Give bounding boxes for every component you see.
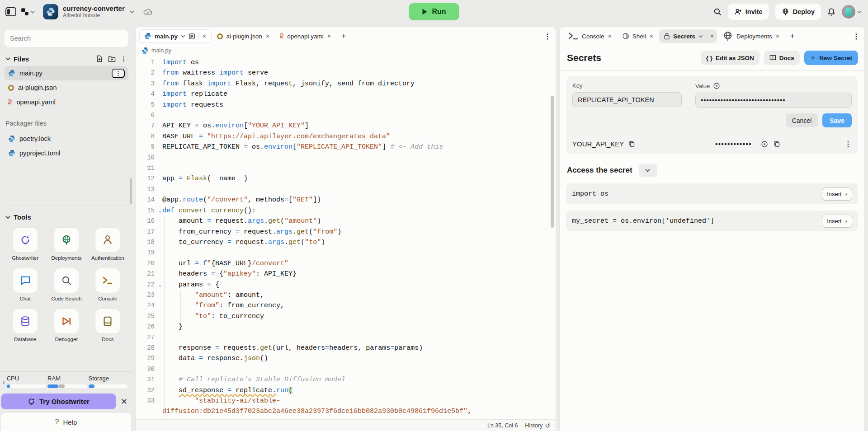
code-line-8[interactable]: 8BASE_URL = "https://api.apilayer.com/ex…	[136, 131, 556, 142]
code-editor[interactable]: 1import os2from waitress import serve3fr…	[136, 56, 556, 419]
code-line-25[interactable]: 25 "to": to_currency	[136, 311, 556, 322]
tool-code-search[interactable]: Code Search	[51, 268, 81, 301]
code-line-30[interactable]: 30	[136, 364, 556, 375]
editor-pane-menu-button[interactable]: ⋮	[544, 32, 551, 41]
tool-chat[interactable]: Chat	[13, 268, 38, 301]
line-number[interactable]: 14	[136, 195, 156, 205]
ram-bar[interactable]	[47, 384, 86, 388]
secret-row-menu-button[interactable]: ⋮	[844, 140, 852, 148]
storage-bar[interactable]	[89, 384, 127, 388]
code-line-3[interactable]: 3from flask import Flask, request, jsoni…	[136, 79, 556, 89]
tool-database[interactable]: Database	[13, 309, 38, 342]
fold-chevron-icon[interactable]: ⌄	[159, 280, 161, 290]
close-icon[interactable]: ×	[327, 33, 331, 40]
line-number[interactable]: 21	[136, 269, 156, 279]
new-folder-button[interactable]	[107, 55, 117, 63]
line-number[interactable]: 10	[136, 153, 156, 163]
tab-secrets[interactable]: Secrets×	[659, 29, 717, 43]
sidebar-toggle-button[interactable]	[5, 7, 16, 16]
close-icon[interactable]: ×	[649, 33, 654, 40]
files-menu-button[interactable]: ⋮	[120, 55, 127, 63]
replit-menu-button[interactable]	[21, 8, 35, 16]
code-line-19[interactable]: 19	[136, 248, 556, 258]
line-number[interactable]: 27	[136, 333, 156, 343]
editor-scrollbar[interactable]	[551, 96, 554, 228]
fold-chevron-icon[interactable]: ⌄	[159, 206, 161, 216]
project-header[interactable]: currency-converter AlfredoLhuissie	[43, 4, 134, 19]
code-line-28[interactable]: 28 response = requests.get(url, headers=…	[136, 343, 556, 353]
line-number[interactable]: 2	[136, 68, 156, 78]
line-number[interactable]: 29	[136, 353, 156, 364]
file-item-poetry.lock[interactable]: poetry.lock	[5, 131, 128, 146]
breadcrumb[interactable]: main.py	[136, 45, 556, 56]
new-file-button[interactable]	[95, 54, 104, 63]
history-button[interactable]: History ↺	[525, 422, 550, 429]
tab-openapi.yaml[interactable]: YAMLopenapi.yaml×	[275, 29, 336, 43]
tool-docs[interactable]: Docs	[95, 309, 120, 342]
code-line-31[interactable]: 31 # Call replicate's Stable Diffusion m…	[136, 375, 556, 385]
tool-authentication[interactable]: Authentication	[91, 227, 124, 261]
tab-deployments[interactable]: Deployments×	[718, 29, 784, 43]
tool-console[interactable]: Console	[95, 268, 120, 301]
line-number[interactable]: 7	[136, 121, 156, 131]
code-line-27[interactable]: 27	[136, 333, 556, 343]
file-item-pyproject.toml[interactable]: pyproject.toml	[5, 146, 128, 160]
code-line-32[interactable]: 32 sd_response = replicate.run(	[136, 385, 556, 396]
code-line-21[interactable]: 21 headers = {"apikey": API_KEY}	[136, 269, 556, 279]
file-preview-icon[interactable]	[189, 33, 195, 40]
tab-console[interactable]: Console×	[563, 29, 617, 43]
close-icon[interactable]: ×	[608, 33, 612, 40]
close-icon[interactable]: ×	[775, 33, 780, 40]
code-line-10[interactable]: 10	[136, 153, 556, 163]
line-number[interactable]: 25	[136, 311, 156, 322]
tool-ghostwriter[interactable]: Ghostwriter	[12, 227, 38, 261]
code-line-24[interactable]: 24 "from": from_currency,	[136, 300, 556, 311]
files-section-header[interactable]: Files ⋮	[5, 54, 127, 63]
file-item-main.py[interactable]: main.py⋮	[5, 66, 128, 80]
help-button[interactable]: ? Help	[1, 413, 131, 431]
close-icon[interactable]: ×	[265, 33, 270, 40]
insert-button[interactable]: Insert›	[822, 187, 852, 201]
save-button[interactable]: Save	[822, 113, 852, 127]
code-line-5[interactable]: 5import requests	[136, 100, 556, 110]
code-line-13[interactable]: 13	[136, 184, 556, 195]
close-icon[interactable]: ×	[202, 33, 207, 40]
close-icon[interactable]: ×	[710, 33, 714, 40]
line-number[interactable]: 23	[136, 290, 156, 300]
line-number[interactable]: 24	[136, 300, 156, 311]
code-line-9[interactable]: 9REPLICATE_API_TOKEN = os.environ["REPLI…	[136, 142, 556, 152]
file-item-openapi.yaml[interactable]: YAMLopenapi.yaml	[5, 95, 128, 109]
line-number[interactable]: 11	[136, 163, 156, 173]
code-line-16[interactable]: 16 amount = request.args.get("amount")	[136, 216, 556, 226]
close-icon[interactable]: ✕	[121, 397, 127, 407]
new-tab-button[interactable]: +	[338, 31, 350, 41]
code-line-1[interactable]: 1import os	[136, 57, 556, 68]
code-line-2[interactable]: 2from waitress import serve	[136, 68, 556, 78]
line-number[interactable]: 9	[136, 142, 156, 152]
code-line-20[interactable]: 20 url = f"{BASE_URL}/convert"	[136, 258, 556, 269]
line-number[interactable]: 32	[136, 385, 156, 396]
code-line-15[interactable]: 15⌄def convert_currency():	[136, 206, 556, 216]
copy-icon[interactable]	[774, 141, 780, 147]
docs-button[interactable]: Docs	[764, 51, 800, 65]
file-item-ai-plugin.json[interactable]: ai-plugin.json	[5, 80, 128, 95]
language-select-button[interactable]	[639, 164, 657, 177]
global-search-button[interactable]	[713, 8, 722, 16]
code-line-18[interactable]: 18 to_currency = request.args.get("to")	[136, 237, 556, 248]
line-number[interactable]: 3	[136, 79, 156, 89]
eye-icon[interactable]	[713, 82, 720, 89]
edit-as-json-button[interactable]: { } Edit as JSON	[701, 51, 760, 65]
eye-icon[interactable]	[761, 141, 768, 148]
run-button[interactable]: Run	[409, 3, 459, 20]
tools-section-header[interactable]: Tools	[5, 213, 127, 221]
new-tab-button[interactable]: +	[786, 31, 798, 41]
cancel-button[interactable]: Cancel	[786, 113, 818, 127]
right-pane-menu-button[interactable]: ⋮	[853, 32, 860, 41]
line-number[interactable]: 13	[136, 184, 156, 195]
code-line-29[interactable]: 29 data = response.json()	[136, 353, 556, 364]
tab-ai-plugin.json[interactable]: ai-plugin.json×	[212, 29, 274, 43]
line-number[interactable]: 28	[136, 343, 156, 353]
line-number[interactable]: 31	[136, 375, 156, 385]
line-number[interactable]: 18	[136, 237, 156, 248]
invite-button[interactable]: Invite	[728, 4, 769, 20]
